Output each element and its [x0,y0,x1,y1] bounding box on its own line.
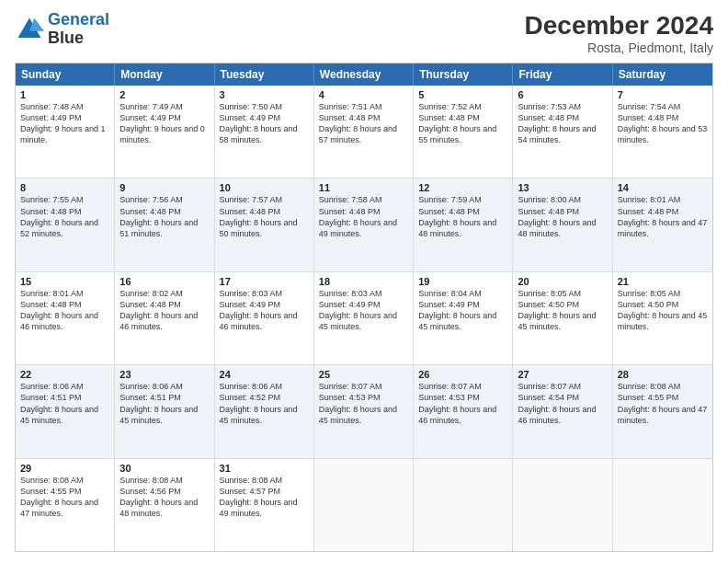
day-cell-2: 2 Sunrise: 7:49 AMSunset: 4:49 PMDayligh… [115,86,214,178]
empty-cell [414,459,513,551]
day-number: 5 [418,89,507,100]
day-cell-22: 22 Sunrise: 8:06 AMSunset: 4:51 PMDaylig… [16,365,115,457]
day-details: Sunrise: 7:50 AMSunset: 4:49 PMDaylight:… [220,102,298,144]
day-cell-5: 5 Sunrise: 7:52 AMSunset: 4:48 PMDayligh… [414,86,513,178]
day-details: Sunrise: 8:07 AMSunset: 4:53 PMDaylight:… [319,382,397,424]
day-cell-7: 7 Sunrise: 7:54 AMSunset: 4:48 PMDayligh… [613,86,712,178]
day-cell-26: 26 Sunrise: 8:07 AMSunset: 4:53 PMDaylig… [414,365,513,457]
day-details: Sunrise: 7:48 AMSunset: 4:49 PMDaylight:… [20,102,106,144]
day-cell-16: 16 Sunrise: 8:02 AMSunset: 4:48 PMDaylig… [115,272,214,364]
day-header-saturday: Saturday [613,63,712,86]
calendar: SundayMondayTuesdayWednesdayThursdayFrid… [15,63,713,552]
day-number: 13 [518,182,607,193]
day-number: 26 [418,369,507,380]
day-cell-10: 10 Sunrise: 7:57 AMSunset: 4:48 PMDaylig… [215,178,314,270]
day-cell-15: 15 Sunrise: 8:01 AMSunset: 4:48 PMDaylig… [16,272,115,364]
logo-text: General Blue [48,11,109,48]
week-row-4: 22 Sunrise: 8:06 AMSunset: 4:51 PMDaylig… [16,365,712,458]
day-cell-21: 21 Sunrise: 8:05 AMSunset: 4:50 PMDaylig… [613,272,712,364]
logo-icon [15,15,44,44]
day-details: Sunrise: 7:55 AMSunset: 4:48 PMDaylight:… [20,195,98,237]
day-details: Sunrise: 8:01 AMSunset: 4:48 PMDaylight:… [618,195,708,237]
day-details: Sunrise: 8:02 AMSunset: 4:48 PMDaylight:… [119,289,198,331]
header: General Blue December 2024 Rosta, Piedmo… [15,11,713,55]
week-row-2: 8 Sunrise: 7:55 AMSunset: 4:48 PMDayligh… [16,178,712,271]
day-number: 22 [20,369,109,380]
day-cell-3: 3 Sunrise: 7:50 AMSunset: 4:49 PMDayligh… [215,86,314,178]
day-number: 20 [518,276,607,287]
day-cell-14: 14 Sunrise: 8:01 AMSunset: 4:48 PMDaylig… [613,178,712,270]
day-details: Sunrise: 7:56 AMSunset: 4:48 PMDaylight:… [119,195,198,237]
day-cell-30: 30 Sunrise: 8:08 AMSunset: 4:56 PMDaylig… [115,459,214,551]
day-cell-27: 27 Sunrise: 8:07 AMSunset: 4:54 PMDaylig… [513,365,612,457]
day-cell-28: 28 Sunrise: 8:08 AMSunset: 4:55 PMDaylig… [613,365,712,457]
day-details: Sunrise: 8:06 AMSunset: 4:51 PMDaylight:… [119,382,198,424]
day-details: Sunrise: 8:08 AMSunset: 4:55 PMDaylight:… [618,382,708,424]
day-cell-9: 9 Sunrise: 7:56 AMSunset: 4:48 PMDayligh… [115,178,214,270]
day-cell-31: 31 Sunrise: 8:08 AMSunset: 4:57 PMDaylig… [215,459,314,551]
empty-cell [613,459,712,551]
day-details: Sunrise: 8:04 AMSunset: 4:49 PMDaylight:… [418,289,496,331]
day-cell-13: 13 Sunrise: 8:00 AMSunset: 4:48 PMDaylig… [513,178,612,270]
day-details: Sunrise: 7:49 AMSunset: 4:49 PMDaylight:… [119,102,205,144]
day-header-monday: Monday [115,63,214,86]
day-number: 25 [319,369,408,380]
day-details: Sunrise: 7:59 AMSunset: 4:48 PMDaylight:… [418,195,496,237]
empty-cell [314,459,414,551]
day-number: 29 [20,463,109,474]
day-cell-20: 20 Sunrise: 8:05 AMSunset: 4:50 PMDaylig… [513,272,612,364]
day-number: 9 [119,182,209,193]
day-cell-6: 6 Sunrise: 7:53 AMSunset: 4:48 PMDayligh… [513,86,612,178]
day-cell-19: 19 Sunrise: 8:04 AMSunset: 4:49 PMDaylig… [414,272,513,364]
day-details: Sunrise: 8:03 AMSunset: 4:49 PMDaylight:… [220,289,298,331]
day-number: 27 [518,369,607,380]
day-number: 18 [319,276,408,287]
day-number: 31 [220,463,309,474]
day-details: Sunrise: 8:06 AMSunset: 4:51 PMDaylight:… [20,382,98,424]
day-header-wednesday: Wednesday [314,63,414,86]
day-details: Sunrise: 8:08 AMSunset: 4:56 PMDaylight:… [119,476,198,518]
day-details: Sunrise: 8:06 AMSunset: 4:52 PMDaylight:… [220,382,298,424]
day-details: Sunrise: 8:05 AMSunset: 4:50 PMDaylight:… [618,289,708,331]
day-details: Sunrise: 7:58 AMSunset: 4:48 PMDaylight:… [319,195,397,237]
day-number: 8 [20,182,109,193]
day-details: Sunrise: 7:57 AMSunset: 4:48 PMDaylight:… [220,195,298,237]
main-title: December 2024 [525,11,713,40]
day-number: 23 [119,369,209,380]
day-number: 15 [20,276,109,287]
day-number: 1 [20,89,109,100]
title-block: December 2024 Rosta, Piedmont, Italy [525,11,713,55]
day-number: 24 [220,369,309,380]
day-details: Sunrise: 8:08 AMSunset: 4:57 PMDaylight:… [220,476,298,518]
day-details: Sunrise: 8:08 AMSunset: 4:55 PMDaylight:… [20,476,98,518]
day-cell-11: 11 Sunrise: 7:58 AMSunset: 4:48 PMDaylig… [314,178,414,270]
day-details: Sunrise: 8:03 AMSunset: 4:49 PMDaylight:… [319,289,397,331]
day-cell-8: 8 Sunrise: 7:55 AMSunset: 4:48 PMDayligh… [16,178,115,270]
day-details: Sunrise: 7:54 AMSunset: 4:48 PMDaylight:… [618,102,708,144]
day-header-friday: Friday [513,63,612,86]
day-number: 28 [618,369,708,380]
day-cell-24: 24 Sunrise: 8:06 AMSunset: 4:52 PMDaylig… [215,365,314,457]
page: General Blue December 2024 Rosta, Piedmo… [0,0,728,563]
day-details: Sunrise: 8:01 AMSunset: 4:48 PMDaylight:… [20,289,98,331]
calendar-header: SundayMondayTuesdayWednesdayThursdayFrid… [16,63,712,86]
day-cell-4: 4 Sunrise: 7:51 AMSunset: 4:48 PMDayligh… [314,86,414,178]
week-row-1: 1 Sunrise: 7:48 AMSunset: 4:49 PMDayligh… [16,86,712,178]
day-number: 17 [220,276,309,287]
day-header-sunday: Sunday [16,63,115,86]
day-details: Sunrise: 7:53 AMSunset: 4:48 PMDaylight:… [518,102,596,144]
day-number: 4 [319,89,408,100]
day-cell-18: 18 Sunrise: 8:03 AMSunset: 4:49 PMDaylig… [314,272,414,364]
day-number: 10 [220,182,309,193]
day-number: 14 [618,182,708,193]
day-cell-25: 25 Sunrise: 8:07 AMSunset: 4:53 PMDaylig… [314,365,414,457]
day-cell-1: 1 Sunrise: 7:48 AMSunset: 4:49 PMDayligh… [16,86,115,178]
calendar-body: 1 Sunrise: 7:48 AMSunset: 4:49 PMDayligh… [16,86,712,551]
day-number: 2 [119,89,209,100]
day-cell-17: 17 Sunrise: 8:03 AMSunset: 4:49 PMDaylig… [215,272,314,364]
day-details: Sunrise: 8:07 AMSunset: 4:54 PMDaylight:… [518,382,596,424]
day-details: Sunrise: 8:05 AMSunset: 4:50 PMDaylight:… [518,289,596,331]
day-cell-12: 12 Sunrise: 7:59 AMSunset: 4:48 PMDaylig… [414,178,513,270]
day-header-thursday: Thursday [414,63,513,86]
week-row-3: 15 Sunrise: 8:01 AMSunset: 4:48 PMDaylig… [16,272,712,365]
